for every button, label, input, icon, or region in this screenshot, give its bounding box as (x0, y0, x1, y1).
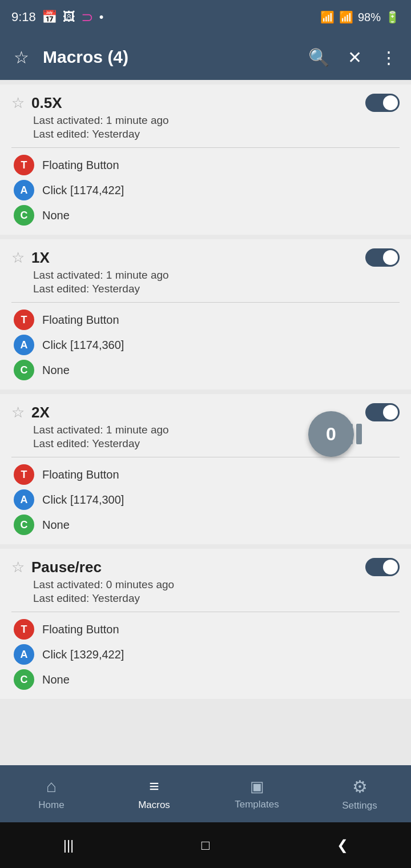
macro-header-1: ☆1X (11, 248, 400, 267)
settings-icon: ⚙ (352, 777, 368, 797)
action-text-2-1: Click [1174,300] (42, 493, 124, 507)
status-time: 9:18 (11, 10, 36, 25)
macro-last-activated-1: Last activated: 1 minute ago (11, 269, 400, 282)
macro-title-3: Pause/rec (31, 558, 358, 576)
macro-actions-1: TFloating ButtonAClick [1174,360]CNone (11, 310, 400, 380)
action-badge-0-0: T (14, 155, 34, 175)
action-text-1-0: Floating Button (42, 314, 119, 327)
status-bar: 9:18 📅 🖼 ⊃ • 📶 📶 98% 🔋 (0, 0, 411, 34)
macro-toggle-3[interactable] (365, 558, 400, 576)
calendar-icon: 📅 (42, 10, 57, 25)
macro-card-1: ☆1XLast activated: 1 minute agoLast edit… (0, 239, 411, 389)
templates-label: Templates (235, 799, 279, 810)
macro-star-2[interactable]: ☆ (11, 404, 25, 421)
macro-card-3: ☆Pause/recLast activated: 0 minutes agoL… (0, 549, 411, 699)
macros-label: Macros (138, 799, 170, 811)
action-row-0-1: AClick [1174,422] (14, 180, 400, 200)
action-badge-0-2: C (14, 205, 34, 226)
action-badge-1-1: A (14, 335, 34, 355)
action-text-2-0: Floating Button (42, 468, 119, 481)
macro-divider-0 (11, 147, 400, 148)
settings-label: Settings (342, 800, 377, 811)
search-icon[interactable]: 🔍 (304, 43, 334, 72)
action-row-3-0: TFloating Button (14, 619, 400, 640)
counter-value: 0 (326, 424, 336, 445)
action-row-2-1: AClick [1174,300] (14, 489, 400, 510)
macro-star-0[interactable]: ☆ (11, 94, 25, 112)
macro-last-activated-3: Last activated: 0 minutes ago (11, 578, 400, 591)
action-row-1-0: TFloating Button (14, 310, 400, 330)
action-badge-3-1: A (14, 644, 34, 665)
action-row-1-2: CNone (14, 360, 400, 380)
action-badge-0-1: A (14, 180, 34, 200)
notification-icon: ⊃ (81, 9, 94, 26)
back-icon: ❮ (337, 837, 348, 853)
macro-header-3: ☆Pause/rec (11, 558, 400, 576)
action-row-0-2: CNone (14, 205, 400, 226)
macro-last-edited-0: Last edited: Yesterday (11, 128, 400, 140)
macro-actions-0: TFloating ButtonAClick [1174,422]CNone (11, 155, 400, 226)
action-row-2-0: TFloating Button (14, 464, 400, 485)
action-badge-2-1: A (14, 489, 34, 510)
macro-title-0: 0.5X (31, 94, 358, 112)
action-badge-1-2: C (14, 360, 34, 380)
action-row-0-0: TFloating Button (14, 155, 400, 175)
macro-last-edited-3: Last edited: Yesterday (11, 592, 400, 605)
action-text-1-1: Click [1174,360] (42, 339, 124, 352)
action-badge-2-0: T (14, 464, 34, 485)
macro-toggle-1[interactable] (365, 248, 400, 267)
action-row-2-2: CNone (14, 515, 400, 535)
macro-star-1[interactable]: ☆ (11, 249, 25, 267)
action-row-1-1: AClick [1174,360] (14, 335, 400, 355)
bottom-nav: ⌂ Home ≡ Macros ▣ Templates ⚙ Settings (0, 765, 411, 822)
recents-icon: ||| (63, 837, 74, 853)
macro-last-edited-1: Last edited: Yesterday (11, 283, 400, 295)
nav-item-templates[interactable]: ▣ Templates (206, 778, 308, 810)
macro-last-activated-0: Last activated: 1 minute ago (11, 114, 400, 127)
action-text-2-2: None (42, 519, 70, 532)
macro-title-2: 2X (31, 404, 358, 421)
app-bar-title: Macros (4) (43, 47, 295, 67)
templates-icon: ▣ (250, 778, 264, 795)
action-badge-3-2: C (14, 669, 34, 690)
more-icon[interactable]: ⋮ (376, 43, 402, 72)
action-badge-3-0: T (14, 619, 34, 640)
nav-item-settings[interactable]: ⚙ Settings (308, 777, 411, 811)
action-row-3-1: AClick [1329,422] (14, 644, 400, 665)
system-nav: ||| □ ❮ (0, 822, 411, 868)
macro-divider-1 (11, 302, 400, 303)
macro-divider-3 (11, 612, 400, 612)
home-sys-icon: □ (202, 837, 210, 853)
recents-button[interactable]: ||| (54, 831, 83, 859)
star-icon[interactable]: ☆ (9, 43, 34, 72)
app-bar: ☆ Macros (4) 🔍 ✕ ⋮ (0, 34, 411, 80)
macro-star-3[interactable]: ☆ (11, 558, 25, 576)
home-label: Home (38, 799, 64, 811)
macro-card-0: ☆0.5XLast activated: 1 minute agoLast ed… (0, 85, 411, 235)
action-text-3-2: None (42, 673, 70, 686)
action-text-0-0: Floating Button (42, 159, 119, 172)
macro-header-0: ☆0.5X (11, 94, 400, 112)
battery-text: 98% (358, 11, 381, 24)
wifi-icon: 📶 (320, 10, 335, 24)
floating-pause-icon (347, 424, 362, 444)
home-button[interactable]: □ (191, 831, 220, 859)
nav-item-macros[interactable]: ≡ Macros (103, 777, 206, 811)
macro-actions-2: TFloating ButtonAClick [1174,300]CNone (11, 464, 400, 535)
battery-icon: 🔋 (385, 10, 400, 24)
action-row-3-2: CNone (14, 669, 400, 690)
action-badge-2-2: C (14, 515, 34, 535)
action-text-0-2: None (42, 209, 70, 222)
action-text-1-2: None (42, 364, 70, 377)
macro-toggle-0[interactable] (365, 94, 400, 112)
macro-toggle-2[interactable] (365, 403, 400, 421)
action-text-3-1: Click [1329,422] (42, 648, 124, 661)
macro-card-2: ☆2XLast activated: 1 minute agoLast edit… (0, 394, 411, 544)
macro-actions-3: TFloating ButtonAClick [1329,422]CNone (11, 619, 400, 690)
action-badge-1-0: T (14, 310, 34, 330)
back-button[interactable]: ❮ (328, 831, 357, 859)
status-left: 9:18 📅 🖼 ⊃ • (11, 9, 104, 26)
close-icon[interactable]: ✕ (343, 43, 366, 72)
macro-title-1: 1X (31, 249, 358, 267)
nav-item-home[interactable]: ⌂ Home (0, 777, 103, 811)
